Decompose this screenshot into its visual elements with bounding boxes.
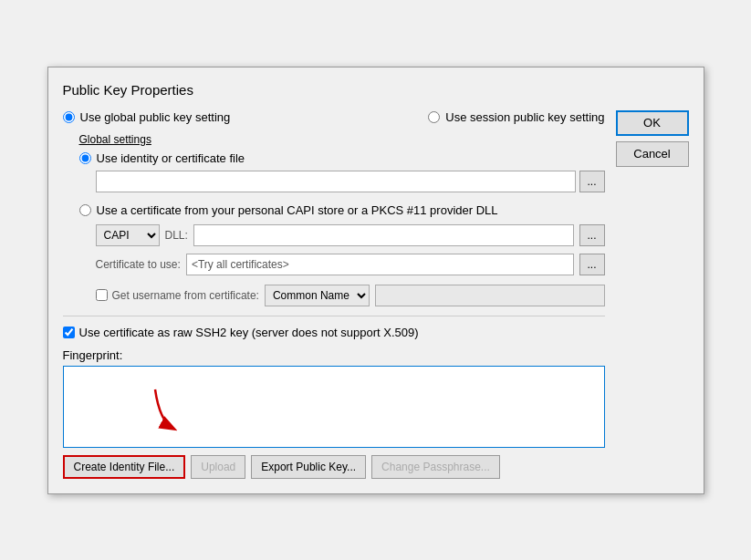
left-panel: Use global public key setting Use sessio… [63, 110, 605, 479]
identity-file-input[interactable] [96, 171, 576, 192]
username-row: Get username from certificate: Common Na… [96, 285, 605, 306]
fingerprint-box [63, 366, 605, 448]
top-radio-row: Use global public key setting Use sessio… [63, 110, 605, 124]
identity-browse-button[interactable]: ... [579, 171, 605, 192]
global-radio-label[interactable]: Use global public key setting [80, 110, 231, 124]
arrow-indicator [146, 385, 201, 435]
global-settings-label: Global settings [79, 133, 605, 146]
common-name-select[interactable]: Common Name [265, 285, 370, 306]
capi-select[interactable]: CAPI [96, 224, 160, 246]
ok-button[interactable]: OK [616, 110, 689, 136]
cert-input[interactable] [186, 254, 574, 275]
change-passphrase-button[interactable]: Change Passphrase... [371, 455, 500, 479]
global-radio-group: Use global public key setting [63, 110, 231, 124]
username-extra-input[interactable] [375, 285, 605, 306]
create-identity-button[interactable]: Create Identity File... [63, 455, 186, 479]
capi-radio[interactable] [79, 204, 91, 216]
dll-browse-button[interactable]: ... [579, 224, 605, 246]
session-radio[interactable] [428, 111, 440, 123]
action-buttons-row: Create Identity File... Upload Export Pu… [63, 455, 605, 479]
username-checkbox[interactable] [96, 289, 108, 301]
export-public-key-button[interactable]: Export Public Key... [251, 455, 366, 479]
fingerprint-label: Fingerprint: [63, 348, 605, 362]
capi-radio-label[interactable]: Use a certificate from your personal CAP… [97, 203, 498, 217]
raw-ssh2-label[interactable]: Use certificate as raw SSH2 key (server … [79, 326, 419, 339]
username-checkbox-label: Get username from certificate: [96, 289, 259, 302]
cert-row: Certificate to use: document.querySelect… [96, 254, 605, 275]
right-panel: OK Cancel [616, 110, 689, 479]
capi-radio-row: Use a certificate from your personal CAP… [79, 203, 605, 217]
cert-browse-button[interactable]: ... [579, 254, 605, 275]
capi-dll-row: CAPI DLL: ... [96, 224, 605, 246]
public-key-properties-dialog: Public Key Properties Use global public … [47, 67, 704, 494]
dll-input[interactable] [193, 224, 574, 246]
cancel-button[interactable]: Cancel [616, 141, 689, 167]
cert-to-use-label: Certificate to use: [96, 258, 181, 271]
global-radio[interactable] [63, 111, 75, 123]
global-settings-text: Global settings [79, 133, 151, 146]
session-radio-group: Use session public key setting [428, 110, 604, 124]
identity-radio-row: Use identity or certificate file [79, 151, 605, 165]
identity-radio-label[interactable]: Use identity or certificate file [97, 151, 245, 165]
username-checkbox-text: Get username from certificate: [112, 289, 259, 302]
upload-button[interactable]: Upload [191, 455, 245, 479]
session-radio-label[interactable]: Use session public key setting [445, 110, 604, 124]
raw-ssh2-row: Use certificate as raw SSH2 key (server … [63, 326, 605, 339]
dialog-title: Public Key Properties [63, 82, 689, 98]
identity-file-row: ... [96, 171, 605, 192]
dll-label: DLL: [165, 229, 188, 242]
identity-radio[interactable] [79, 152, 91, 164]
raw-ssh2-checkbox[interactable] [63, 327, 75, 338]
